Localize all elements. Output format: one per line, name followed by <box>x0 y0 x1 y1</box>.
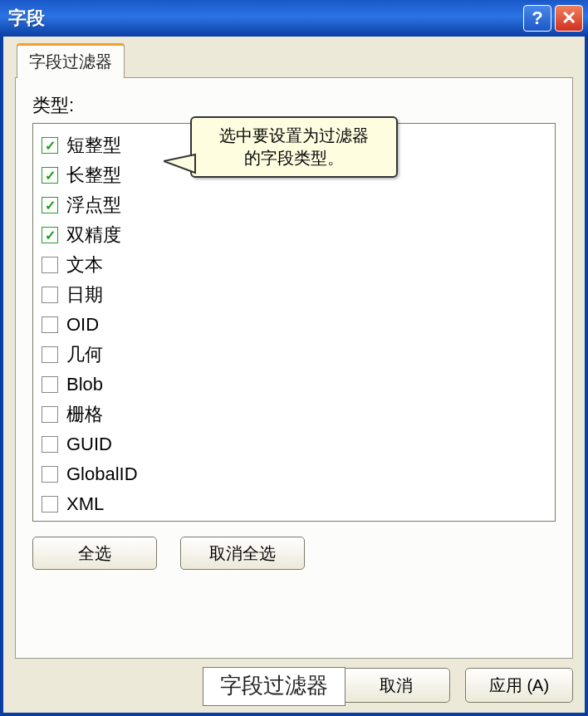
type-label-text: GlobalID <box>66 463 138 485</box>
listbox-button-row: 全选 取消全选 <box>32 537 556 570</box>
type-label-text: 几何 <box>66 342 103 367</box>
callout-text-line2: 的字段类型。 <box>200 147 388 169</box>
select-all-button[interactable]: 全选 <box>32 537 157 570</box>
cancel-button[interactable]: 取消 <box>342 668 450 703</box>
help-icon: ? <box>532 7 542 29</box>
type-row: GUID <box>42 429 546 459</box>
svg-marker-0 <box>164 154 195 173</box>
type-listbox: ✓短整型✓长整型✓浮点型✓双精度文本日期OID几何Blob栅格GUIDGloba… <box>32 123 556 522</box>
type-row: XML <box>42 489 546 519</box>
checkbox[interactable] <box>42 316 58 333</box>
checkbox[interactable]: ✓ <box>42 137 58 154</box>
type-label-text: 日期 <box>66 282 103 307</box>
type-label-text: 文本 <box>66 253 103 277</box>
checkbox[interactable] <box>42 496 58 512</box>
type-row: 日期 <box>42 280 546 310</box>
deselect-all-label: 取消全选 <box>209 542 276 565</box>
type-row: OID <box>42 310 546 340</box>
select-all-label: 全选 <box>78 542 111 565</box>
tab-field-filter[interactable]: 字段过滤器 <box>17 43 125 78</box>
type-row: 文本 <box>42 250 546 280</box>
type-label: 类型: <box>32 93 556 118</box>
window-body: 字段过滤器 类型: ✓短整型✓长整型✓浮点型✓双精度文本日期OID几何Blob栅… <box>0 37 588 716</box>
type-row: Blob <box>42 370 546 400</box>
type-row: 栅格 <box>42 400 546 429</box>
checkbox[interactable] <box>42 287 58 303</box>
tab-label: 字段过滤器 <box>29 52 112 71</box>
checkbox[interactable] <box>42 257 58 273</box>
type-label-text: OID <box>66 314 99 336</box>
titlebar: 字段 ? ✕ <box>0 0 588 37</box>
callout-tooltip: 选中要设置为过滤器 的字段类型。 <box>190 116 398 178</box>
callout-text-line1: 选中要设置为过滤器 <box>200 125 388 147</box>
type-label-text: 长整型 <box>66 163 121 188</box>
type-label-text: 短整型 <box>66 133 121 158</box>
checkbox[interactable] <box>42 436 58 453</box>
apply-label: 应用 (A) <box>489 674 549 697</box>
type-row: GlobalID <box>42 459 546 489</box>
apply-button[interactable]: 应用 (A) <box>465 668 573 703</box>
type-row: ✓双精度 <box>42 220 546 250</box>
tab-panel: 类型: ✓短整型✓长整型✓浮点型✓双精度文本日期OID几何Blob栅格GUIDG… <box>15 77 573 659</box>
type-label-text: XML <box>66 493 104 515</box>
checkbox[interactable]: ✓ <box>42 167 58 184</box>
checkbox[interactable] <box>42 406 58 423</box>
type-label-text: 双精度 <box>66 223 121 248</box>
type-row: ✓浮点型 <box>42 190 546 220</box>
window-title: 字段 <box>8 6 520 31</box>
type-label-text: 栅格 <box>66 402 103 427</box>
close-icon: ✕ <box>561 7 576 29</box>
help-button[interactable]: ? <box>523 5 551 32</box>
checkbox[interactable] <box>42 466 58 483</box>
type-label-text: 浮点型 <box>66 193 121 218</box>
close-button[interactable]: ✕ <box>555 5 583 32</box>
type-label-text: GUID <box>66 434 112 455</box>
deselect-all-button[interactable]: 取消全选 <box>180 537 305 570</box>
checkbox[interactable]: ✓ <box>42 197 58 213</box>
checkbox[interactable]: ✓ <box>42 227 58 243</box>
checkbox[interactable] <box>42 376 58 393</box>
tab-strip: 字段过滤器 <box>15 47 573 78</box>
overlay-label-text: 字段过滤器 <box>220 673 328 698</box>
checkbox[interactable] <box>42 346 58 363</box>
cancel-label: 取消 <box>380 674 413 697</box>
type-label-text: Blob <box>66 374 103 395</box>
type-row: 几何 <box>42 340 546 370</box>
overlay-label-box: 字段过滤器 <box>203 667 345 706</box>
